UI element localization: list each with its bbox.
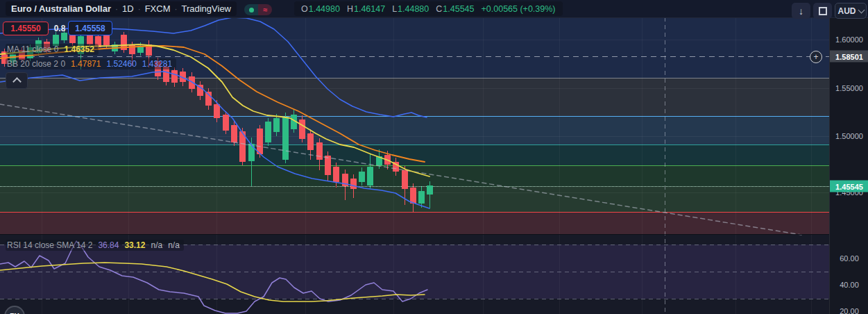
candle-body [367, 167, 373, 185]
axis-tick-label: 1.60000 [830, 35, 868, 44]
red-zone [0, 212, 829, 234]
vertical-gridline [305, 17, 306, 314]
rsi-na-value: n/a [168, 240, 180, 250]
chevron-up-icon [12, 77, 22, 86]
candle-body [214, 104, 220, 118]
pane-separator[interactable] [0, 234, 829, 235]
ma-indicator-row[interactable]: MA 11 close 0 1.46352 [6, 44, 99, 55]
chevron-down-icon [858, 6, 865, 13]
separator-dot: · [138, 4, 141, 14]
vertical-gridline [735, 17, 736, 314]
stop-price-tag[interactable]: 1.45550 [3, 22, 49, 35]
change-value: +0.00565 (+0.39%) [482, 4, 556, 14]
exchange-label: FXCM [145, 3, 171, 14]
bb-title: BB 20 close 2 0 [7, 59, 65, 69]
candle-body [137, 46, 144, 53]
candle-body [359, 172, 365, 182]
vertical-gridline [642, 17, 643, 314]
bb-basis-value: 1.47871 [71, 59, 101, 69]
candle-body [171, 70, 178, 83]
tradingview-chart-window: Euro / Australian Dollar · 1D · FXCM · T… [0, 0, 868, 314]
bb-lower-value: 1.43281 [142, 59, 172, 69]
candle-body [146, 44, 152, 56]
high-label: H [347, 4, 353, 14]
candle-body [393, 162, 399, 172]
candle-body [291, 115, 297, 129]
candle-body [384, 155, 391, 165]
candle-body [265, 122, 271, 142]
ma-title: MA 11 close 0 [7, 44, 58, 54]
candle-body [342, 174, 348, 186]
fullscreen-icon [819, 7, 827, 15]
crosshair-vertical-line [665, 17, 665, 314]
candle-body [325, 156, 331, 175]
alert-price-value: 1.58501 [835, 52, 863, 60]
currency-dropdown[interactable]: AUD [835, 3, 867, 19]
symbol-title[interactable]: Euro / Australian Dollar · 1D · FXCM · T… [6, 1, 237, 16]
rsi-level-dashed-line [0, 272, 829, 272]
candle-body [223, 115, 229, 131]
rsi-indicator-row[interactable]: RSI 14 close SMA 14 2 36.84 33.12 n/a n/… [6, 240, 184, 251]
last-price-dotted-line [0, 186, 829, 187]
download-button[interactable]: ↓ [792, 3, 810, 19]
alert-price-line[interactable] [0, 56, 829, 57]
candle-body [197, 85, 203, 96]
rsi-level-dashed-line [0, 299, 829, 299]
candle-body [273, 118, 280, 132]
collapse-pane-button[interactable] [6, 72, 28, 89]
candle-body [376, 156, 382, 165]
separator-dot: · [115, 4, 118, 14]
rsi-title: RSI 14 close SMA 14 2 [7, 240, 92, 250]
position-quantity: 0.8 [51, 23, 68, 34]
chart-header-bar: Euro / Australian Dollar · 1D · FXCM · T… [0, 0, 868, 18]
ohlc-readout: O1.44980 H1.46147 L1.44880 C1.45545 +0.0… [294, 1, 563, 16]
timeframe-label[interactable]: 1D [122, 3, 134, 14]
candle-body [69, 35, 76, 43]
add-alert-plus-icon[interactable]: + [810, 51, 822, 63]
symbol-name[interactable]: Euro / Australian Dollar [11, 3, 111, 14]
bb-indicator-row[interactable]: BB 20 close 2 0 1.47871 1.52460 1.43281 [6, 58, 176, 69]
candle-body [239, 131, 246, 162]
low-value: 1.44880 [398, 4, 429, 14]
download-arrow-icon: ↓ [799, 6, 803, 17]
candle-body [333, 167, 339, 182]
market-status-toggle[interactable]: ≈ [244, 4, 272, 15]
platform-label: TradingView [181, 3, 231, 14]
green-zone-upper [0, 165, 829, 186]
entry-price-value: 1.45558 [75, 24, 105, 33]
candle-body [402, 170, 408, 189]
teal-zone [0, 144, 829, 165]
rsi-sma-value: 33.12 [124, 240, 145, 250]
close-label: C [436, 4, 442, 14]
candle-body [282, 117, 289, 160]
axis-tick-label: 60.00 [830, 254, 868, 263]
candle-body [248, 144, 255, 161]
last-price-axis-box: 1.45545 [830, 181, 868, 192]
axis-tick-label: 40.00 [830, 281, 868, 289]
candle-body [410, 188, 416, 204]
entry-price-tag[interactable]: 1.45558 [68, 21, 112, 35]
axis-tick-label: 1.50000 [830, 132, 868, 140]
separator-dot: · [174, 4, 177, 14]
fullscreen-button[interactable] [813, 3, 832, 19]
stop-price-value: 1.45550 [10, 24, 40, 33]
open-label: O [301, 4, 308, 14]
candle-body [418, 191, 425, 204]
candle-body [189, 76, 195, 89]
quantity-value: 0.8 [54, 24, 66, 33]
price-axis[interactable]: 20.0040.0060.001.450001.500001.550001.60… [829, 17, 868, 314]
candle-body [205, 92, 212, 106]
candle-body [180, 72, 186, 82]
status-dot-segment [244, 4, 258, 15]
candle-body [307, 133, 314, 150]
close-value: 1.45545 [443, 4, 474, 14]
candle-body [257, 129, 263, 154]
candle-body [129, 44, 135, 54]
open-value: 1.44980 [309, 4, 340, 14]
candle-body [231, 125, 237, 142]
axis-tick-label: 20.00 [830, 307, 868, 314]
alert-price-axis-box[interactable]: 1.58501 [830, 51, 868, 63]
candle-body [350, 179, 357, 189]
candle-body [112, 44, 118, 51]
currency-label: AUD [838, 6, 856, 16]
